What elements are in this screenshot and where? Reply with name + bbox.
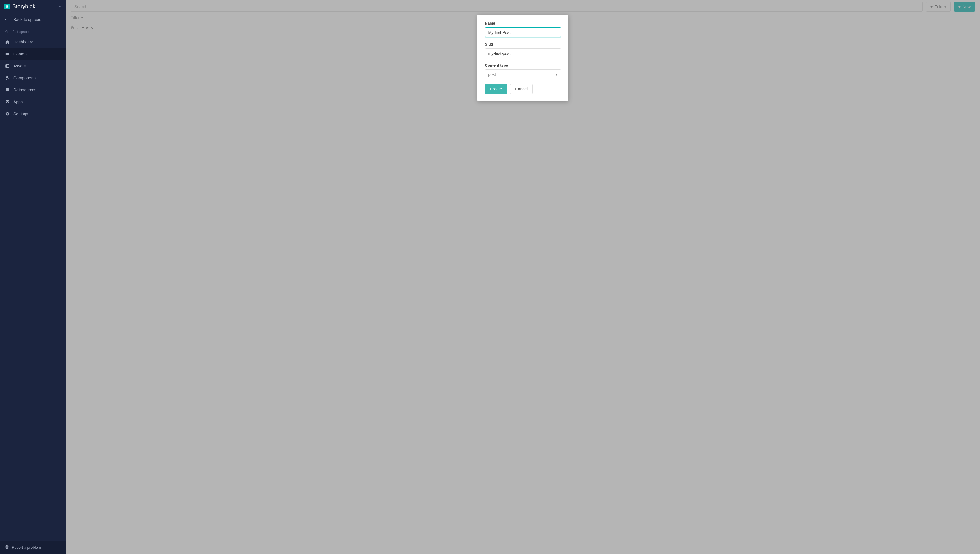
sidebar-item-dashboard[interactable]: Dashboard	[0, 36, 65, 48]
sidebar-item-apps[interactable]: Apps	[0, 96, 65, 108]
sidebar-item-label: Dashboard	[13, 40, 33, 45]
gear-icon	[5, 112, 10, 116]
sidebar-item-content[interactable]: Content	[0, 48, 65, 60]
chevron-down-icon: ▾	[59, 5, 61, 8]
modal-actions: Create Cancel	[485, 84, 561, 94]
slug-input[interactable]	[485, 48, 561, 58]
content-type-value: post	[488, 72, 496, 77]
report-problem-link[interactable]: Report a problem	[0, 541, 65, 554]
svg-point-1	[6, 65, 7, 66]
create-entry-modal: Name Slug Content type post ▾ Create Can…	[477, 14, 568, 101]
name-input[interactable]	[485, 27, 561, 37]
sidebar: S Storyblok ▾ ⟵ Back to spaces Your firs…	[0, 0, 65, 554]
content-type-label: Content type	[485, 63, 561, 67]
back-to-spaces-link[interactable]: ⟵ Back to spaces	[0, 13, 65, 26]
database-icon	[5, 88, 10, 92]
back-label: Back to spaces	[13, 17, 41, 22]
sidebar-item-datasources[interactable]: Datasources	[0, 84, 65, 96]
logo-icon: S	[4, 3, 10, 10]
content-type-select[interactable]: post ▾	[485, 69, 561, 80]
sidebar-item-label: Components	[13, 76, 37, 80]
sidebar-item-label: Settings	[13, 112, 28, 116]
folder-icon	[5, 52, 10, 56]
cubes-icon	[5, 76, 10, 80]
sidebar-item-label: Apps	[13, 99, 23, 104]
form-group-name: Name	[485, 21, 561, 37]
svg-rect-0	[6, 64, 9, 68]
puzzle-icon	[5, 100, 10, 104]
life-ring-icon	[5, 545, 9, 550]
slug-label: Slug	[485, 42, 561, 46]
form-group-content-type: Content type post ▾	[485, 63, 561, 80]
sidebar-item-assets[interactable]: Assets	[0, 60, 65, 72]
nav-list: Dashboard Content Assets Components	[0, 36, 65, 120]
form-group-slug: Slug	[485, 42, 561, 58]
name-label: Name	[485, 21, 561, 26]
app-name: Storyblok	[12, 3, 35, 10]
sidebar-item-label: Content	[13, 52, 28, 56]
main-content: + Folder + New Filter ▾ › Posts	[65, 0, 980, 554]
footer-label: Report a problem	[12, 545, 41, 550]
caret-down-icon: ▾	[556, 73, 558, 77]
home-icon	[5, 40, 10, 44]
svg-point-4	[6, 546, 7, 548]
sidebar-item-components[interactable]: Components	[0, 72, 65, 84]
sidebar-item-settings[interactable]: Settings	[0, 108, 65, 120]
image-icon	[5, 64, 10, 68]
create-button[interactable]: Create	[485, 84, 507, 94]
space-name-label: Your first space	[0, 26, 65, 36]
sidebar-item-label: Datasources	[13, 88, 37, 92]
sidebar-item-label: Assets	[13, 64, 25, 68]
cancel-button[interactable]: Cancel	[510, 84, 533, 94]
sidebar-header[interactable]: S Storyblok ▾	[0, 0, 65, 13]
arrow-left-icon: ⟵	[5, 17, 11, 22]
